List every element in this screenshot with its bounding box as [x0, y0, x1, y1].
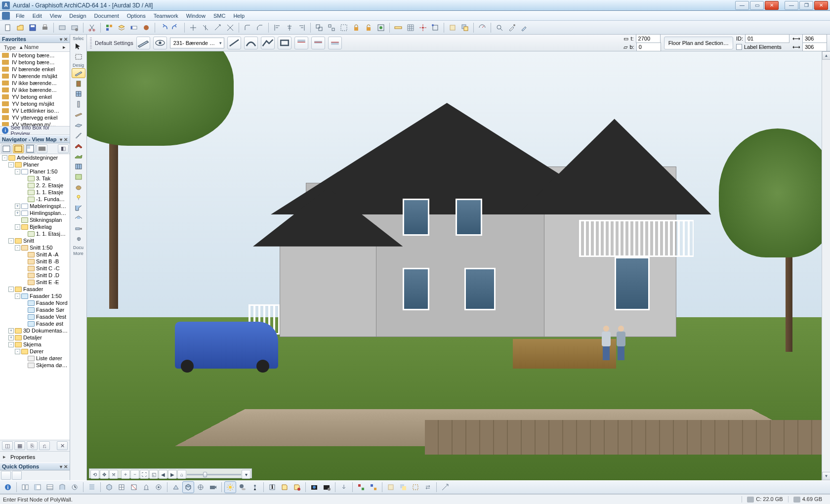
scroll-up-button[interactable]: ▲	[822, 51, 830, 60]
save-button[interactable]	[27, 22, 39, 34]
bt-explore[interactable]	[195, 481, 207, 493]
tree-row[interactable]: -1. Fundamen	[0, 196, 70, 203]
tree-row[interactable]: +Møbleringsplaner	[0, 203, 70, 210]
tree-expander[interactable]: -	[8, 238, 14, 244]
tree-row[interactable]: Fasade Sør	[0, 306, 70, 313]
menu-window[interactable]: Window	[182, 12, 209, 20]
menu-edit[interactable]: Edit	[29, 12, 46, 20]
tree-row[interactable]: -Snitt 1:50	[0, 244, 70, 251]
tree-row[interactable]: +Detaljer	[0, 334, 70, 341]
tree-row[interactable]: Snitt C -C	[0, 265, 70, 272]
tool-lamp[interactable]	[72, 193, 85, 203]
drafting-aids-button[interactable]	[476, 22, 488, 34]
navigator-tree[interactable]: -Arbeidstegninger-Planer-Planer 1:503. T…	[0, 154, 70, 440]
favorite-item[interactable]: YV betong enkel	[0, 93, 70, 100]
quick-options-header[interactable]: Quick Options ▾ ✕	[0, 462, 70, 470]
tree-expander[interactable]: -	[15, 224, 20, 230]
favorite-item[interactable]: YV Lettklinker iso…	[0, 107, 70, 114]
nav-foot-btn-2[interactable]: ▦	[14, 441, 25, 450]
bt-render[interactable]	[249, 481, 261, 493]
favorite-item[interactable]: YV yttervegg enkel	[0, 114, 70, 121]
bt-shadows[interactable]	[237, 481, 249, 493]
bt-3d-axo[interactable]	[182, 481, 194, 493]
favorite-item[interactable]: IV betong bære…	[0, 59, 70, 66]
trace-button[interactable]	[447, 22, 458, 34]
menu-smc[interactable]: SMC	[209, 12, 229, 20]
element-snap-button[interactable]	[429, 22, 441, 34]
tool-wall[interactable]	[72, 68, 85, 78]
bt-attributes-set2[interactable]	[368, 481, 379, 493]
nav-foot-btn-1[interactable]: ◫	[2, 441, 13, 450]
align-center-button[interactable]	[284, 22, 295, 34]
dim-b-field[interactable]: 306	[802, 42, 827, 51]
tree-expander[interactable]: +	[15, 204, 20, 209]
ref-line-1[interactable]	[294, 37, 308, 49]
ruler-button[interactable]	[392, 22, 404, 34]
vp-zoom-out-button[interactable]: －	[130, 470, 139, 479]
tool-mesh[interactable]	[72, 151, 85, 161]
tool-skylight[interactable]	[72, 213, 85, 223]
nav-foot-btn-4[interactable]: ⎌	[39, 441, 50, 450]
bt-section[interactable]	[128, 481, 140, 493]
open-button[interactable]	[14, 22, 26, 34]
tree-row[interactable]: -Fasader	[0, 286, 70, 293]
bt-change-mgr[interactable]	[69, 481, 81, 493]
properties-expander[interactable]: ▸ Properties	[0, 451, 70, 462]
vp-options-button[interactable]: ▾	[242, 470, 250, 479]
vp-fit-button[interactable]: ⛶	[140, 470, 149, 479]
menu-file[interactable]: File	[12, 12, 29, 20]
tool-stair[interactable]	[72, 130, 85, 140]
tree-row[interactable]: +3D Dokumentasjon	[0, 327, 70, 334]
vp-zoom-slider[interactable]	[187, 470, 241, 479]
tree-row[interactable]: -Arbeidstegninger	[0, 154, 70, 161]
bt-markup-tools[interactable]	[291, 481, 303, 493]
menu-help[interactable]: Help	[229, 12, 249, 20]
favorites-list[interactable]: IV betong bære…IV betong bære…IV bærende…	[0, 52, 70, 126]
vp-pan-button[interactable]: ✥	[100, 470, 109, 479]
navigator-panel-header[interactable]: Navigator - View Map ▾ ✕	[0, 135, 70, 143]
info-icon-button[interactable]: i	[2, 481, 14, 493]
menu-options[interactable]: Options	[123, 12, 150, 20]
tool-door[interactable]	[72, 79, 85, 88]
tree-expander[interactable]: +	[8, 328, 14, 334]
viewport-scrollbar-vertical[interactable]: ▲ ▼	[822, 51, 830, 480]
bt-story-settings[interactable]	[86, 481, 98, 493]
floorplan-section-button[interactable]: Floor Plan and Section…	[664, 37, 733, 49]
navigator-menu-icon[interactable]: ▾	[60, 137, 62, 142]
trace-ref-button[interactable]	[459, 22, 471, 34]
eyedropper-button[interactable]	[506, 22, 518, 34]
auto-group-button[interactable]	[375, 22, 387, 34]
nav-foot-btn-3[interactable]: ⎘	[27, 441, 38, 450]
align-right-button[interactable]	[296, 22, 308, 34]
geometry-method-4[interactable]	[278, 37, 291, 49]
nav-tab-project[interactable]	[1, 144, 12, 153]
tree-expander[interactable]: -	[15, 294, 20, 299]
plot-button[interactable]	[56, 22, 68, 34]
bt-3d-window[interactable]	[103, 481, 115, 493]
nav-tab-popup[interactable]: ◧	[58, 144, 69, 153]
vp-prev-view-button[interactable]: ◀	[159, 470, 167, 479]
tree-expander[interactable]: -	[8, 162, 14, 168]
tree-expander[interactable]: -	[8, 342, 14, 347]
pen-button[interactable]	[128, 22, 140, 34]
tree-row[interactable]: 1. 1. Etasje	[0, 189, 70, 196]
new-button[interactable]	[2, 22, 14, 34]
infobox-grip[interactable]	[90, 38, 92, 48]
vp-orbit-button[interactable]: ⟲	[90, 470, 99, 479]
tree-row[interactable]: 3. Tak	[0, 175, 70, 182]
bt-element-info[interactable]: ℹ	[266, 481, 278, 493]
tree-row[interactable]: Snitt D .D	[0, 272, 70, 279]
dim-a-field[interactable]: 306	[802, 34, 827, 43]
vp-zoom-window-button[interactable]: ◱	[149, 470, 158, 479]
minimize-button[interactable]: —	[735, 1, 749, 10]
bt-detail[interactable]	[153, 481, 165, 493]
maximize-button[interactable]: ▭	[750, 1, 764, 10]
tree-row[interactable]: Snitt A -A	[0, 251, 70, 258]
nav-foot-delete[interactable]: ✕	[57, 441, 68, 450]
tree-row[interactable]: Snitt B -B	[0, 258, 70, 265]
tree-row[interactable]: -Planer	[0, 161, 70, 168]
bt-elevation[interactable]	[140, 481, 152, 493]
navigator-close-icon[interactable]: ✕	[64, 137, 68, 142]
tool-curtain-wall[interactable]	[72, 162, 85, 171]
intersect-button[interactable]	[224, 22, 236, 34]
